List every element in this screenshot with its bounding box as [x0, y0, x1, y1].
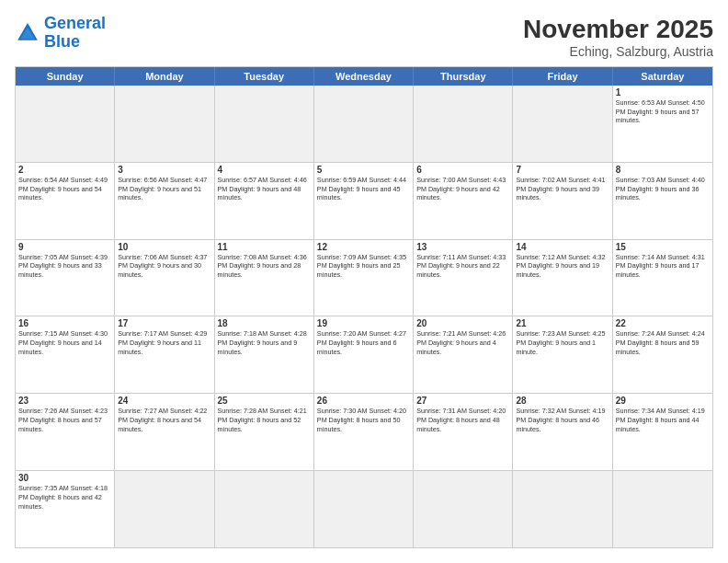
day-number: 19 — [317, 318, 410, 328]
day-info: Sunrise: 7:23 AM Sunset: 4:25 PM Dayligh… — [516, 329, 609, 356]
day-number: 27 — [416, 396, 509, 406]
day-cell-2: 2Sunrise: 6:54 AM Sunset: 4:49 PM Daylig… — [16, 163, 115, 239]
header-day-saturday: Saturday — [613, 67, 712, 86]
day-number: 29 — [616, 396, 710, 406]
day-cell-25: 25Sunrise: 7:28 AM Sunset: 4:21 PM Dayli… — [215, 394, 314, 470]
day-info: Sunrise: 7:15 AM Sunset: 4:30 PM Dayligh… — [18, 329, 111, 356]
day-cell-3: 3Sunrise: 6:56 AM Sunset: 4:47 PM Daylig… — [115, 163, 214, 239]
empty-cell-0-4 — [414, 86, 513, 162]
day-number: 5 — [317, 165, 410, 175]
day-cell-20: 20Sunrise: 7:21 AM Sunset: 4:26 PM Dayli… — [414, 316, 513, 393]
logo-icon — [15, 20, 40, 46]
day-number: 18 — [218, 318, 311, 328]
day-cell-6: 6Sunrise: 7:00 AM Sunset: 4:43 PM Daylig… — [414, 163, 513, 239]
day-cell-28: 28Sunrise: 7:32 AM Sunset: 4:19 PM Dayli… — [513, 394, 612, 470]
empty-cell-5-2 — [215, 471, 314, 547]
day-cell-9: 9Sunrise: 7:05 AM Sunset: 4:39 PM Daylig… — [16, 240, 115, 316]
day-number: 20 — [416, 318, 509, 328]
day-info: Sunrise: 7:24 AM Sunset: 4:24 PM Dayligh… — [616, 329, 710, 356]
day-info: Sunrise: 7:03 AM Sunset: 4:40 PM Dayligh… — [616, 176, 710, 202]
header-day-monday: Monday — [115, 67, 214, 86]
day-info: Sunrise: 7:28 AM Sunset: 4:21 PM Dayligh… — [218, 407, 311, 433]
day-cell-1: 1Sunrise: 6:53 AM Sunset: 4:50 PM Daylig… — [613, 86, 712, 162]
day-info: Sunrise: 7:18 AM Sunset: 4:28 PM Dayligh… — [218, 329, 311, 356]
header-day-wednesday: Wednesday — [314, 67, 414, 86]
page: General Blue November 2025 Eching, Salzb… — [0, 0, 728, 563]
day-number: 23 — [18, 396, 111, 406]
day-info: Sunrise: 7:30 AM Sunset: 4:20 PM Dayligh… — [317, 407, 410, 433]
day-cell-27: 27Sunrise: 7:31 AM Sunset: 4:20 PM Dayli… — [414, 394, 513, 470]
day-number: 10 — [118, 242, 210, 252]
header-day-thursday: Thursday — [414, 67, 513, 86]
day-info: Sunrise: 7:34 AM Sunset: 4:19 PM Dayligh… — [616, 407, 710, 433]
day-info: Sunrise: 7:09 AM Sunset: 4:35 PM Dayligh… — [317, 253, 410, 280]
day-number: 11 — [218, 242, 311, 252]
day-number: 13 — [416, 242, 509, 252]
day-cell-7: 7Sunrise: 7:02 AM Sunset: 4:41 PM Daylig… — [513, 163, 612, 239]
day-info: Sunrise: 7:08 AM Sunset: 4:36 PM Dayligh… — [218, 253, 311, 280]
day-cell-13: 13Sunrise: 7:11 AM Sunset: 4:33 PM Dayli… — [414, 240, 513, 316]
day-number: 28 — [516, 396, 609, 406]
day-info: Sunrise: 7:27 AM Sunset: 4:22 PM Dayligh… — [118, 407, 210, 433]
logo-general: General — [44, 14, 106, 32]
day-cell-11: 11Sunrise: 7:08 AM Sunset: 4:36 PM Dayli… — [215, 240, 314, 316]
day-cell-24: 24Sunrise: 7:27 AM Sunset: 4:22 PM Dayli… — [115, 394, 214, 470]
day-cell-26: 26Sunrise: 7:30 AM Sunset: 4:20 PM Dayli… — [314, 394, 414, 470]
day-info: Sunrise: 7:11 AM Sunset: 4:33 PM Dayligh… — [416, 253, 509, 280]
calendar-row-5: 30Sunrise: 7:35 AM Sunset: 4:18 PM Dayli… — [16, 470, 712, 547]
calendar-row-3: 16Sunrise: 7:15 AM Sunset: 4:30 PM Dayli… — [16, 316, 712, 393]
day-cell-8: 8Sunrise: 7:03 AM Sunset: 4:40 PM Daylig… — [613, 163, 712, 239]
logo-text: General Blue — [44, 15, 106, 52]
month-title: November 2025 — [523, 15, 713, 44]
day-info: Sunrise: 7:32 AM Sunset: 4:19 PM Dayligh… — [516, 407, 609, 433]
empty-cell-5-4 — [414, 471, 513, 547]
day-number: 2 — [18, 165, 111, 175]
day-info: Sunrise: 7:35 AM Sunset: 4:18 PM Dayligh… — [18, 484, 111, 511]
day-cell-19: 19Sunrise: 7:20 AM Sunset: 4:27 PM Dayli… — [314, 316, 414, 393]
day-cell-16: 16Sunrise: 7:15 AM Sunset: 4:30 PM Dayli… — [16, 316, 115, 393]
day-number: 15 — [616, 242, 710, 252]
header-day-sunday: Sunday — [16, 67, 115, 86]
empty-cell-0-1 — [115, 86, 214, 162]
header: General Blue November 2025 Eching, Salzb… — [15, 15, 713, 59]
location-title: Eching, Salzburg, Austria — [523, 44, 713, 59]
day-cell-10: 10Sunrise: 7:06 AM Sunset: 4:37 PM Dayli… — [115, 240, 214, 316]
day-number: 22 — [616, 318, 710, 328]
day-number: 24 — [118, 396, 210, 406]
day-number: 4 — [218, 165, 311, 175]
logo-blue: Blue — [44, 32, 80, 51]
calendar-row-0: 1Sunrise: 6:53 AM Sunset: 4:50 PM Daylig… — [16, 86, 712, 162]
calendar-body: 1Sunrise: 6:53 AM Sunset: 4:50 PM Daylig… — [16, 86, 712, 547]
day-number: 16 — [18, 318, 111, 328]
day-info: Sunrise: 7:05 AM Sunset: 4:39 PM Dayligh… — [18, 253, 111, 280]
day-info: Sunrise: 7:31 AM Sunset: 4:20 PM Dayligh… — [416, 407, 509, 433]
day-info: Sunrise: 6:54 AM Sunset: 4:49 PM Dayligh… — [18, 176, 111, 202]
day-number: 9 — [18, 242, 111, 252]
day-cell-23: 23Sunrise: 7:26 AM Sunset: 4:23 PM Dayli… — [16, 394, 115, 470]
empty-cell-0-2 — [215, 86, 314, 162]
title-block: November 2025 Eching, Salzburg, Austria — [523, 15, 713, 59]
day-info: Sunrise: 7:26 AM Sunset: 4:23 PM Dayligh… — [18, 407, 111, 433]
day-cell-5: 5Sunrise: 6:59 AM Sunset: 4:44 PM Daylig… — [314, 163, 414, 239]
day-cell-30: 30Sunrise: 7:35 AM Sunset: 4:18 PM Dayli… — [16, 471, 115, 547]
day-info: Sunrise: 6:57 AM Sunset: 4:46 PM Dayligh… — [218, 176, 311, 202]
empty-cell-0-0 — [16, 86, 115, 162]
day-number: 26 — [317, 396, 410, 406]
day-number: 6 — [416, 165, 509, 175]
day-info: Sunrise: 7:02 AM Sunset: 4:41 PM Dayligh… — [516, 176, 609, 202]
day-info: Sunrise: 6:59 AM Sunset: 4:44 PM Dayligh… — [317, 176, 410, 202]
day-cell-4: 4Sunrise: 6:57 AM Sunset: 4:46 PM Daylig… — [215, 163, 314, 239]
day-info: Sunrise: 6:53 AM Sunset: 4:50 PM Dayligh… — [616, 98, 710, 125]
day-cell-21: 21Sunrise: 7:23 AM Sunset: 4:25 PM Dayli… — [513, 316, 612, 393]
empty-cell-5-1 — [115, 471, 214, 547]
day-info: Sunrise: 7:14 AM Sunset: 4:31 PM Dayligh… — [616, 253, 710, 280]
day-number: 7 — [516, 165, 609, 175]
day-number: 14 — [516, 242, 609, 252]
day-number: 12 — [317, 242, 410, 252]
calendar-row-4: 23Sunrise: 7:26 AM Sunset: 4:23 PM Dayli… — [16, 393, 712, 470]
day-info: Sunrise: 7:12 AM Sunset: 4:32 PM Dayligh… — [516, 253, 609, 280]
header-day-tuesday: Tuesday — [215, 67, 314, 86]
logo: General Blue — [15, 15, 106, 52]
day-number: 3 — [118, 165, 210, 175]
day-info: Sunrise: 7:21 AM Sunset: 4:26 PM Dayligh… — [416, 329, 509, 356]
